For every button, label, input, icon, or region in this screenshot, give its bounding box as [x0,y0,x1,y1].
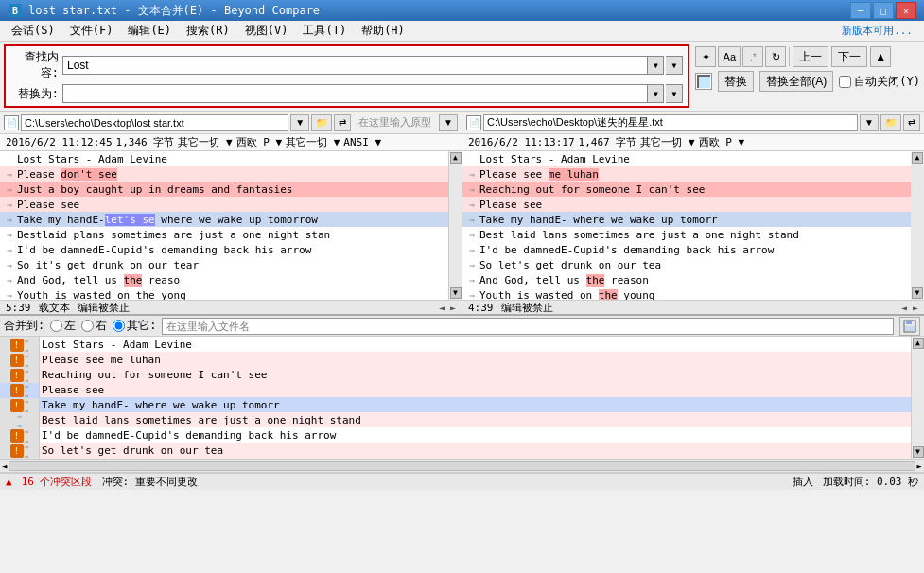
title-bar: B lost star.txt - 文本合并(E) - Beyond Compa… [0,0,924,21]
minimize-button[interactable]: ─ [850,2,871,19]
merge-line-2: Please see me luhan [40,352,911,367]
close-button[interactable]: ✕ [896,2,916,19]
svg-rect-4 [905,326,915,331]
left-scrollbar[interactable]: ▲ ▼ [449,151,462,300]
right-icon-3: ⇒ [464,184,479,195]
load-time: 加载时间: 0.03 秒 [823,475,918,489]
left-other-dropdown[interactable]: 其它一切 ▼ [178,135,232,149]
refresh-btn[interactable]: ↻ [765,46,786,67]
find-input-wrap: ▼ [62,56,664,75]
right-pos: 4:39 [468,302,494,314]
merge-radio-other[interactable] [113,320,125,332]
left-path-dropdown[interactable]: ▼ [290,114,309,131]
merge-line-9: And God, tell us the reason [40,458,911,459]
left-encoding[interactable]: ANSI ▼ [343,136,381,148]
left-line-5: ⇒ Take my handE-let's se where we wake u… [0,212,448,227]
left-path-input[interactable] [21,114,288,131]
left-browse[interactable]: ▼ [439,114,458,131]
right-line-4: ⇒ Please see [462,197,911,212]
merge-scrollbar[interactable]: ▲ ▼ [911,337,924,459]
right-west[interactable]: 西欧 P ▼ [699,135,745,149]
auto-close-checkbox[interactable] [839,76,851,88]
right-other-dropdown[interactable]: 其它一切 ▼ [640,135,694,149]
maximize-button[interactable]: □ [873,2,894,19]
window-title: lost star.txt - 文本合并(E) - Beyond Compare [28,3,850,19]
merge-radio-left[interactable] [50,320,62,332]
new-version-notice: 新版本可用... [842,24,920,38]
menu-help[interactable]: 帮助(H) [354,21,412,41]
right-path-dropdown[interactable]: ▼ [860,114,879,131]
merge-save-btn[interactable] [899,317,920,336]
left-icon-5: ⇒ [2,215,17,225]
case-btn[interactable]: Aa [718,46,741,67]
menu-bar: 会话(S) 文件(F) 编辑(E) 搜索(R) 视图(V) 工具(T) 帮助(H… [0,21,924,42]
insert-mode: 插入 [793,475,813,489]
app-icon: B [8,3,23,18]
find-input[interactable] [62,56,647,75]
left-west2[interactable]: 其它一切 ▼ [286,135,340,149]
left-line-2: ⇒ Please don't see [0,166,448,182]
auto-close-label: 自动关闭(Y) [839,74,920,90]
left-main-label: 载文本 [39,301,70,315]
left-icon-2: ⇒ [2,169,17,180]
merge-ind-3: ! ⇒ ⇒ [0,353,39,368]
find-arrow-btn[interactable]: ▼ [666,56,683,75]
left-pos: 5:39 [6,302,31,314]
merge-ind-4: ! ⇒ ⇒ [0,368,39,383]
left-line-8: ⇒ So it's get drunk on our tear [0,257,448,272]
replace-row: 替换为: ▼ ▼ [10,84,683,103]
merge-path-input[interactable] [162,318,894,335]
replace-all-btn[interactable]: 替换全部(A) [759,71,833,92]
merge-radio-right-label: 右 [81,318,107,334]
replace-input[interactable] [62,84,647,103]
menu-file[interactable]: 文件(F) [62,21,121,41]
merge-scroll-left[interactable]: ◄ [2,461,7,471]
right-line-10: ⇒ Youth is wasted on the young [462,287,911,300]
merge-scroll-right[interactable]: ► [917,461,922,471]
menu-tools[interactable]: 工具(T) [295,21,354,41]
find-dropdown-btn[interactable]: ▼ [647,56,664,75]
right-icon-7: ⇒ [464,245,479,255]
collapse-btn[interactable]: ▲ [870,46,891,67]
right-readonly: 编辑被禁止 [501,301,553,315]
replace-arrow-btn[interactable]: ▼ [666,84,683,103]
left-icon-4: ⇒ [2,200,17,210]
regex-btn[interactable]: .* [742,46,763,67]
next-btn[interactable]: 下一 [831,46,867,67]
menu-view[interactable]: 视图(V) [237,21,296,41]
left-line-1: Lost Stars - Adam Levine [0,151,448,166]
left-line-4: ⇒ Please see [0,197,448,212]
find-row: 查找内容: ▼ ▼ [10,49,683,81]
left-hscroll-arrow[interactable]: ◄ ► [439,303,456,313]
window-controls: ─ □ ✕ [850,2,916,19]
right-hscroll-arrow[interactable]: ◄ ► [901,303,918,313]
menu-search[interactable]: 搜索(R) [179,21,237,41]
prev-btn[interactable]: 上一 [793,46,828,67]
right-open-folder[interactable]: 📁 [880,114,901,131]
save-icon [903,320,916,333]
menu-session[interactable]: 会话(S) [4,21,62,41]
replace-dropdown-btn[interactable]: ▼ [647,84,664,103]
right-line-3: ⇒ Reaching out for someone I can't see [462,182,911,197]
left-swap[interactable]: ⇄ [334,114,351,131]
left-line-9: ⇒ And God, tell us the reaso [0,272,448,287]
left-open-folder[interactable]: 📁 [311,114,332,131]
left-file-icon: 📄 [4,115,19,130]
right-path-input[interactable] [483,114,858,131]
merge-hscrollbar[interactable]: ◄ ► [0,460,924,473]
right-timestamp: 2016/6/2 11:13:17 [468,136,575,148]
left-line-3: ⇒ Just a boy caught up in dreams and fan… [0,182,448,197]
replace-input-wrap: ▼ [62,84,664,103]
left-line-6: ⇒ Bestlaid plans sometimes are just a on… [0,227,448,242]
left-west[interactable]: 西欧 P ▼ [236,135,283,149]
replace-btn[interactable]: 替换 [718,71,754,92]
merge-radio-right[interactable] [81,320,94,332]
options-btn[interactable]: ✦ [695,46,716,67]
right-icon-6: ⇒ [464,230,479,240]
right-scrollbar[interactable]: ▲ ▼ [911,151,924,300]
menu-edit[interactable]: 编辑(E) [120,21,179,41]
right-line-7: ⇒ I'd be damnedE-Cupid's demanding back … [462,242,911,257]
conflict-count: 16 个冲突区段 [22,475,93,489]
conflict-note: 冲突: 重要不同更改 [102,475,198,489]
right-swap[interactable]: ⇄ [903,114,920,131]
